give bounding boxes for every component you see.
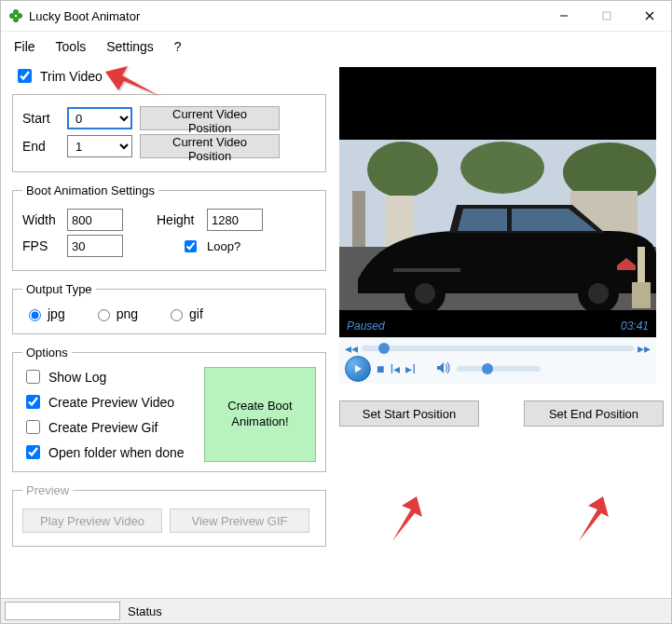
window-title: Lucky Boot Animator <box>29 9 140 23</box>
svg-rect-22 <box>393 268 460 272</box>
svg-rect-5 <box>603 12 610 20</box>
svg-point-17 <box>415 283 435 304</box>
titlebar: Lucky Boot Animator <box>1 1 671 32</box>
svg-point-11 <box>460 142 544 194</box>
start-combo[interactable]: 0 <box>67 107 132 129</box>
menubar: File Tools Settings ? <box>1 32 671 63</box>
trim-video-label: Trim Video <box>40 69 103 84</box>
menu-settings[interactable]: Settings <box>106 39 154 54</box>
fps-input[interactable] <box>67 235 123 257</box>
svg-marker-25 <box>437 362 444 373</box>
radio-gif[interactable]: gif <box>166 306 203 321</box>
options-group: Options Show Log Create Preview Video Cr… <box>12 346 326 472</box>
open-folder-checkbox[interactable] <box>26 445 40 459</box>
view-preview-gif-button: View Preivew GIF <box>170 509 309 533</box>
output-type-group: Output Type jpg png gif <box>12 282 326 334</box>
svg-rect-14 <box>352 191 365 247</box>
svg-rect-20 <box>638 247 645 282</box>
menu-tools[interactable]: Tools <box>56 39 87 54</box>
next-button[interactable]: ▸I <box>405 361 416 376</box>
rewind-icon[interactable]: ◂◂ <box>345 341 358 356</box>
menu-help[interactable]: ? <box>174 39 182 54</box>
menu-file[interactable]: File <box>14 39 35 54</box>
options-legend: Options <box>22 346 72 359</box>
video-state: Paused <box>347 319 385 332</box>
preview-legend: Preview <box>22 483 73 497</box>
trim-group: Start 0 Current Video Position End 1 Cur… <box>12 94 326 172</box>
create-boot-animation-button[interactable]: Create Boot Animation! <box>204 367 316 462</box>
app-icon <box>8 8 23 23</box>
seek-slider[interactable] <box>362 346 634 351</box>
video-preview: Paused 03:41 ◂◂ ▸▸ ■ <box>339 67 656 384</box>
volume-icon[interactable] <box>436 361 451 377</box>
create-preview-gif-checkbox[interactable] <box>26 420 40 434</box>
fps-label: FPS <box>22 238 60 253</box>
status-label: Status <box>128 604 162 618</box>
width-label: Width <box>22 212 60 227</box>
status-progressbar <box>5 602 120 620</box>
statusbar: Status <box>1 598 671 623</box>
loop-label: Loop? <box>207 239 240 253</box>
trim-video-checkbox[interactable] <box>18 69 32 83</box>
svg-point-10 <box>367 142 438 197</box>
video-time: 03:41 <box>621 319 649 332</box>
play-button[interactable] <box>345 356 371 382</box>
player-controls: ◂◂ ▸▸ ■ I◂ ▸I <box>339 337 656 384</box>
start-label: Start <box>22 111 60 126</box>
svg-marker-24 <box>355 365 362 373</box>
end-current-pos-button[interactable]: Current Video Position <box>140 134 280 158</box>
show-log-checkbox[interactable] <box>26 370 40 384</box>
end-combo[interactable]: 1 <box>67 135 132 157</box>
fast-forward-icon[interactable]: ▸▸ <box>638 341 651 356</box>
svg-point-3 <box>13 17 19 22</box>
loop-checkbox[interactable] <box>185 240 197 252</box>
app-window: Lucky Boot Animator File Tools Settings … <box>0 0 672 624</box>
boot-animation-settings-group: Boot Animation Settings Width Height FPS… <box>12 183 326 271</box>
video-scene <box>339 140 656 310</box>
svg-rect-21 <box>632 282 651 308</box>
height-label: Height <box>157 212 199 227</box>
set-start-position-button[interactable]: Set Start Position <box>339 400 479 427</box>
radio-png[interactable]: png <box>93 306 138 321</box>
output-type-legend: Output Type <box>22 282 96 296</box>
preview-group: Preview Play Preview Video View Preivew … <box>12 483 326 547</box>
width-input[interactable] <box>67 209 123 231</box>
set-end-position-button[interactable]: Set End Position <box>524 400 664 427</box>
stop-button[interactable]: ■ <box>377 361 384 376</box>
volume-slider[interactable] <box>457 366 541 372</box>
svg-point-19 <box>588 283 609 304</box>
play-preview-video-button: Play Preview Video <box>22 509 162 533</box>
minimize-button[interactable] <box>542 1 585 31</box>
create-preview-video-checkbox[interactable] <box>26 395 40 409</box>
maximize-button[interactable] <box>585 1 628 31</box>
end-label: End <box>22 139 60 154</box>
prev-button[interactable]: I◂ <box>390 361 400 376</box>
radio-jpg[interactable]: jpg <box>24 306 65 321</box>
close-button[interactable] <box>628 1 671 31</box>
height-input[interactable] <box>207 209 263 231</box>
boot-settings-legend: Boot Animation Settings <box>22 183 158 197</box>
start-current-pos-button[interactable]: Current Video Position <box>140 106 280 130</box>
